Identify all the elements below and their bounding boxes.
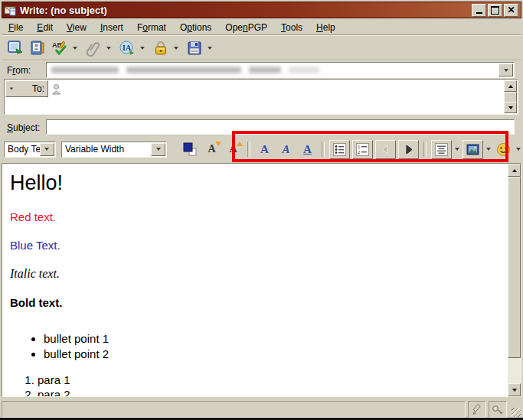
- paperclip-icon: [85, 40, 102, 57]
- menu-tools[interactable]: Tools: [274, 21, 309, 34]
- spell-dropdown[interactable]: [71, 38, 78, 58]
- menu-insert[interactable]: Insert: [93, 21, 130, 34]
- close-button[interactable]: ✕: [504, 4, 518, 17]
- recipient-type-button[interactable]: To:: [5, 80, 48, 97]
- security-dropdown[interactable]: [172, 38, 179, 58]
- menu-bar: File Edit View Insert Format Options Ope…: [2, 20, 521, 35]
- menu-edit[interactable]: Edit: [30, 21, 60, 34]
- status-key-panel[interactable]: [489, 401, 507, 418]
- recipient-type-arrow-icon: [10, 87, 14, 90]
- recipient-type-label: To:: [14, 83, 44, 94]
- save-button[interactable]: [184, 38, 204, 58]
- ia-button[interactable]: IA: [116, 38, 137, 58]
- separator: [247, 142, 250, 157]
- spell-button[interactable]: AB: [49, 38, 70, 58]
- menu-view[interactable]: View: [60, 21, 93, 34]
- indent-button[interactable]: [398, 140, 419, 159]
- image-icon: [466, 143, 479, 156]
- menu-help[interactable]: Help: [309, 21, 342, 34]
- addressing-scrollbar[interactable]: [504, 80, 517, 113]
- insert-smiley-button[interactable]: [494, 141, 513, 158]
- compose-window: Write: (no subject) ✕ File Edit View Ins…: [0, 0, 523, 420]
- insert-image-button[interactable]: [463, 140, 483, 159]
- save-dropdown[interactable]: [206, 38, 213, 58]
- ia-dropdown[interactable]: [139, 38, 145, 58]
- message-body-editor[interactable]: Hello! Red text. Blue Text. Italic text.…: [2, 164, 508, 396]
- increase-font-icon: A: [229, 143, 237, 155]
- from-dropdown-button[interactable]: [498, 63, 513, 77]
- ia-badge-icon: IA: [119, 40, 136, 57]
- from-combobox[interactable]: [46, 62, 515, 78]
- italic-icon: A: [282, 143, 289, 156]
- italic-button[interactable]: A: [276, 141, 296, 158]
- subject-input[interactable]: [46, 119, 515, 135]
- increase-font-size-button[interactable]: A: [224, 141, 243, 158]
- alignment-button[interactable]: [431, 140, 452, 159]
- decrease-font-size-button[interactable]: A: [202, 141, 221, 158]
- pencil-icon: [472, 404, 483, 415]
- insert-smiley-dropdown[interactable]: [515, 141, 521, 158]
- body-bullet-list: bullet point 1 bullet point 2: [10, 332, 508, 360]
- bullet-item: bullet point 1: [44, 332, 508, 345]
- body-paragraph-blue: Blue Text.: [10, 239, 508, 252]
- addressing-scroll-down[interactable]: [504, 102, 517, 113]
- titlebar[interactable]: Write: (no subject) ✕: [2, 2, 521, 18]
- menu-format[interactable]: Format: [130, 21, 173, 34]
- message-body-frame: Hello! Red text. Blue Text. Italic text.…: [2, 163, 521, 397]
- addressing-scroll-up[interactable]: [504, 80, 517, 92]
- body-scrollbar[interactable]: [508, 164, 521, 396]
- body-scroll-thumb[interactable]: [508, 177, 521, 358]
- format-toolbar: Body Text Variable Width A A: [2, 136, 521, 162]
- alignment-dropdown[interactable]: [454, 141, 460, 158]
- from-label: From:: [7, 65, 45, 76]
- underline-button[interactable]: A: [298, 141, 317, 158]
- decrease-font-icon: A: [208, 143, 215, 155]
- floppy-icon: [186, 40, 203, 57]
- menu-file[interactable]: File: [2, 21, 30, 34]
- addressing-area: To:: [4, 79, 518, 115]
- main-toolbar: AB IA: [2, 36, 521, 60]
- insert-image-dropdown[interactable]: [485, 141, 492, 158]
- contacts-button[interactable]: [27, 38, 47, 58]
- recipient-row-empty[interactable]: [5, 97, 504, 113]
- status-pencil-panel[interactable]: [468, 401, 486, 418]
- indent-icon: [403, 144, 414, 155]
- minimize-button[interactable]: [472, 4, 486, 17]
- recipient-input[interactable]: [48, 80, 504, 98]
- person-icon: [51, 83, 61, 95]
- underline-icon: A: [303, 143, 312, 156]
- numbered-item: para 1: [38, 373, 508, 386]
- body-scroll-up[interactable]: [508, 164, 521, 177]
- spell-check-icon: AB: [51, 40, 68, 57]
- font-dropdown[interactable]: [151, 143, 165, 156]
- font-value: Variable Width: [65, 144, 124, 155]
- send-button[interactable]: [5, 38, 25, 58]
- menu-openpgp[interactable]: OpenPGP: [218, 21, 274, 34]
- bullet-item: bullet point 2: [44, 347, 508, 360]
- bulleted-list-icon: [333, 143, 346, 156]
- outdent-button[interactable]: [375, 140, 396, 159]
- security-button[interactable]: [150, 38, 171, 58]
- paragraph-style-select[interactable]: Body Text: [4, 142, 56, 158]
- separator: [322, 142, 325, 157]
- contacts-icon: [29, 40, 46, 57]
- svg-text:IA: IA: [123, 44, 132, 52]
- font-select[interactable]: Variable Width: [61, 142, 167, 158]
- menu-options[interactable]: Options: [173, 21, 218, 34]
- body-scroll-down[interactable]: [508, 383, 521, 396]
- numbered-item: para 2: [38, 388, 508, 396]
- text-color-button[interactable]: [181, 141, 200, 158]
- smiley-icon: [496, 142, 511, 157]
- attach-dropdown[interactable]: [105, 38, 112, 58]
- bold-icon: A: [260, 143, 269, 156]
- maximize-button[interactable]: [488, 4, 502, 17]
- key-icon: [492, 404, 504, 415]
- paragraph-style-dropdown[interactable]: [40, 143, 54, 156]
- bulleted-list-button[interactable]: [329, 140, 350, 159]
- lock-icon: [152, 40, 169, 57]
- alignment-icon: [435, 143, 448, 156]
- resize-grip[interactable]: [509, 401, 521, 418]
- bold-button[interactable]: A: [255, 141, 274, 158]
- attach-button[interactable]: [83, 38, 103, 58]
- numbered-list-button[interactable]: 1 2: [352, 140, 373, 159]
